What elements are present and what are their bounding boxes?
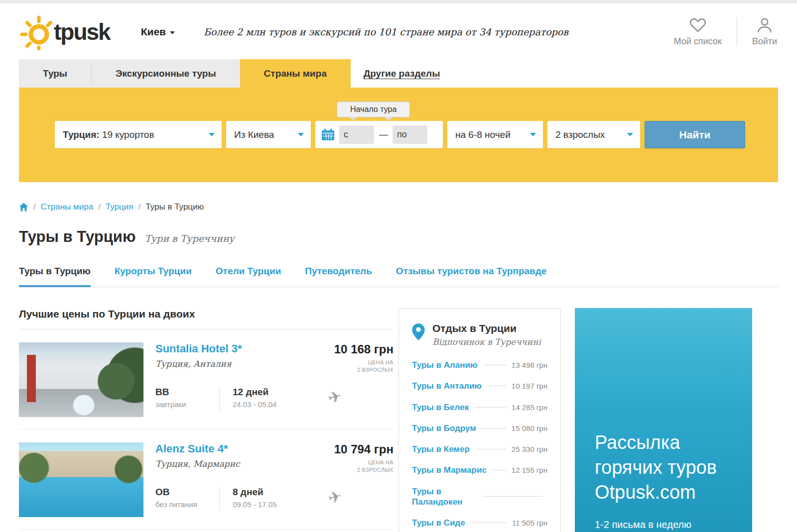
- my-list-button[interactable]: Мой список: [673, 17, 721, 47]
- price-block: 10 794 грн ЦЕНА НА 2 ВЗРОСЛЫХ: [334, 442, 394, 474]
- price-block: 10 168 грн ЦЕНА НА 2 ВЗРОСЛЫХ: [334, 342, 394, 374]
- destination-price: 10 197 грн: [512, 382, 547, 390]
- meal-block: OB без питания: [155, 487, 219, 509]
- chevron-down-icon: [298, 133, 304, 136]
- destination-price: 25 330 грн: [512, 445, 547, 453]
- departure-city-select[interactable]: Из Киева: [226, 121, 311, 148]
- leader-line: [483, 365, 507, 365]
- breadcrumb: / Страны мира / Турция / Туры в Турцию: [19, 202, 778, 212]
- destination-link[interactable]: Туры в Кемер: [412, 444, 470, 454]
- destination-link[interactable]: Туры в Аланию: [412, 360, 478, 370]
- tab-reviews[interactable]: Отзывы туристов на Турправде: [396, 266, 547, 287]
- hotel-price: 10 794 грн: [334, 442, 394, 456]
- nav-item-excursion-tours[interactable]: Экскурсионные туры: [92, 59, 240, 88]
- home-icon[interactable]: [19, 203, 28, 212]
- login-button[interactable]: Войти: [752, 17, 777, 47]
- calendar-icon: [321, 128, 335, 141]
- search-form: Турция: 19 курортов Из Киева: [55, 121, 745, 148]
- chevron-down-icon: [170, 31, 175, 34]
- nav-item-tours[interactable]: Туры: [19, 59, 91, 88]
- tooltip-arrow: [349, 117, 357, 121]
- destination-link[interactable]: Туры в Сиде: [412, 518, 465, 528]
- hotel-name-link[interactable]: Suntalia Hotel 3*: [155, 342, 242, 355]
- banner-note: 1-2 письма в неделю: [595, 519, 691, 531]
- banner-text: Рассылка горячих туров Otpusk.com: [595, 430, 717, 505]
- leader-line: [482, 496, 542, 497]
- page-subtitle: Тури в Туреччину: [144, 233, 234, 244]
- header-actions: Мой список Войти: [673, 17, 777, 47]
- date-to-input[interactable]: по: [393, 125, 427, 144]
- main-nav: Туры Экскурсионные туры Страны мира Друг…: [19, 59, 778, 88]
- destination-link[interactable]: Туры в Бодрум: [412, 423, 476, 433]
- list-item: Туры в Белек 14 285 грн: [412, 402, 547, 413]
- price-note: ЦЕНА НА 2 ВЗРОСЛЫХ: [334, 459, 394, 474]
- list-item: Туры в Паландокен: [412, 486, 547, 508]
- leader-line: [492, 470, 507, 470]
- hotel-card: Suntalia Hotel 3* Турция, Анталия 10 168…: [19, 329, 394, 429]
- destination-price: 15 080 грн: [512, 424, 547, 432]
- list-item: Туры в Аланию 13 498 грн: [412, 360, 547, 370]
- leader-line: [470, 523, 507, 523]
- results-heading: Лучшие цены по Турции на двоих: [19, 308, 394, 329]
- results-column: Лучшие цены по Турции на двоих Suntalia …: [19, 308, 394, 530]
- leader-line: [474, 407, 507, 408]
- hotel-price: 10 168 грн: [334, 342, 394, 356]
- destination-link[interactable]: Туры в Мармарис: [412, 465, 487, 475]
- duration: 12 дней: [233, 387, 307, 398]
- plane-icon: ✈: [326, 386, 344, 408]
- nav-item-other-sections[interactable]: Другие разделы: [364, 59, 440, 88]
- destination-link[interactable]: Туры в Паландокен: [412, 486, 477, 508]
- duration: 8 дней: [233, 487, 307, 498]
- hotel-location: Турция, Мармарис: [155, 459, 240, 469]
- section-tabs: Туры в Турцию Курорты Турции Отели Турци…: [19, 266, 778, 287]
- destinations-list: Туры в Аланию 13 498 грн Туры в Анталию …: [412, 360, 547, 528]
- vertical-divider: [219, 487, 220, 511]
- page-title: Туры в Турцию: [19, 228, 135, 246]
- tab-guide[interactable]: Путеводитель: [305, 266, 372, 287]
- site-tagline: Более 2 млн туров и экскурсий по 101 стр…: [204, 26, 673, 37]
- destination-select[interactable]: Турция: 19 курортов: [55, 121, 222, 148]
- hotel-info: Suntalia Hotel 3* Турция, Анталия 10 168…: [155, 342, 394, 417]
- breadcrumb-current: Туры в Турцию: [145, 202, 204, 212]
- destination-link[interactable]: Туры в Анталию: [412, 381, 482, 391]
- search-panel: Начало тура Турция: 19 курортов Из Киева: [19, 88, 778, 182]
- leader-line: [481, 428, 507, 428]
- breadcrumb-turkey[interactable]: Турция: [106, 202, 133, 212]
- logo[interactable]: tpusk: [19, 13, 110, 50]
- nav-group: Туры Экскурсионные туры: [19, 59, 240, 88]
- price-note: ЦЕНА НА 2 ВЗРОСЛЫХ: [334, 359, 394, 374]
- duration-block: 12 дней 24.03 - 05.04: [233, 387, 307, 409]
- sun-logo-icon: [19, 13, 56, 50]
- hotel-card: Alenz Suite 4* Турция, Мармарис 10 794 г…: [19, 429, 394, 530]
- hotel-photo[interactable]: [19, 342, 143, 417]
- chevron-down-icon: [627, 133, 633, 136]
- nights-select[interactable]: на 6-8 ночей: [447, 121, 543, 148]
- date-separator: —: [379, 129, 388, 140]
- newsletter-banner[interactable]: Рассылка горячих туров Otpusk.com 1-2 пи…: [575, 308, 752, 532]
- dates: 24.03 - 05.04: [233, 400, 307, 409]
- tab-resorts[interactable]: Курорты Турции: [115, 266, 192, 287]
- duration-block: 8 дней 09.05 - 17.05: [233, 487, 307, 509]
- hotel-location: Турция, Анталия: [155, 359, 242, 369]
- destinations-subtitle: Відпочинок в Туреччині: [432, 337, 541, 347]
- nav-item-countries[interactable]: Страны мира: [240, 59, 351, 88]
- meal-desc: завтраки: [155, 400, 219, 409]
- hotel-photo[interactable]: [19, 442, 143, 517]
- content: Лучшие цены по Турции на двоих Suntalia …: [19, 308, 778, 532]
- meal-code: BB: [155, 387, 219, 398]
- chevron-down-icon: [530, 133, 536, 136]
- adults-select[interactable]: 2 взрослых: [547, 121, 640, 148]
- search-submit-button[interactable]: Найти: [645, 121, 745, 148]
- hotel-name-link[interactable]: Alenz Suite 4*: [155, 442, 240, 455]
- header-divider: [737, 17, 737, 46]
- tab-hotels[interactable]: Отели Турции: [216, 266, 281, 287]
- meal-block: BB завтраки: [155, 387, 219, 409]
- date-from-input[interactable]: с: [339, 125, 374, 144]
- site-header: tpusk Киев Более 2 млн туров и экскурсий…: [0, 3, 797, 59]
- list-item: Туры в Бодрум 15 080 грн: [412, 423, 547, 433]
- tab-tours-turkey[interactable]: Туры в Турцию: [19, 266, 91, 287]
- city-selector[interactable]: Киев: [141, 26, 175, 38]
- list-item: Туры в Анталию 10 197 грн: [412, 381, 547, 391]
- destination-link[interactable]: Туры в Белек: [412, 402, 469, 413]
- breadcrumb-countries[interactable]: Страны мира: [41, 202, 93, 212]
